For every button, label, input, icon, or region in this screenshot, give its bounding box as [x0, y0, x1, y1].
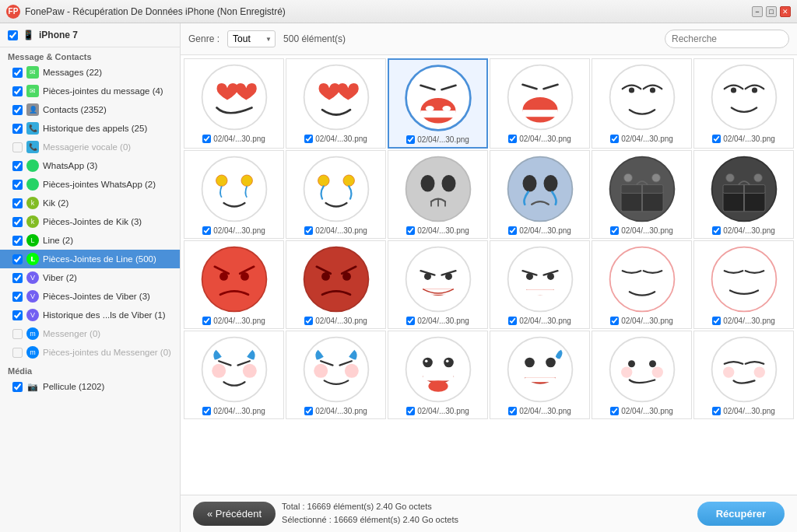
- sidebar-checkbox-contacts[interactable]: [12, 105, 23, 115]
- grid-item[interactable]: 02/04/...30.png: [286, 150, 386, 239]
- sidebar-checkbox-viber[interactable]: [12, 273, 23, 283]
- grid-item-checkbox[interactable]: [304, 407, 313, 415]
- grid-item-filename: 02/04/...30.png: [213, 407, 265, 415]
- grid-item[interactable]: 02/04/...30.png: [592, 150, 692, 239]
- grid-item[interactable]: 02/04/...30.png: [184, 150, 284, 239]
- grid-item[interactable]: 02/04/...30.png: [184, 58, 284, 149]
- sidebar-item-contacts[interactable]: 👤Contacts (2352): [0, 100, 180, 119]
- device-checkbox[interactable]: [8, 30, 18, 40]
- sidebar-item-messenger[interactable]: mMessenger (0): [0, 324, 180, 343]
- svg-rect-62: [423, 289, 454, 295]
- sidebar-checkbox-pj-messenger[interactable]: [12, 348, 23, 358]
- grid-item-checkbox[interactable]: [304, 317, 313, 325]
- grid-item[interactable]: 02/04/...30.png: [184, 240, 284, 329]
- emoji-face-squint: [607, 244, 677, 314]
- sidebar-checkbox-pieces-jointes[interactable]: [12, 86, 23, 96]
- grid-item[interactable]: 02/04/...30.png: [286, 240, 386, 329]
- emoji-face-grin2: [505, 244, 575, 314]
- grid-item-checkbox[interactable]: [202, 226, 211, 235]
- sidebar-checkbox-pj-kik[interactable]: [12, 217, 23, 227]
- grid-item[interactable]: 02/04/...30.png: [388, 240, 488, 329]
- sidebar-checkbox-pj-whatsapp[interactable]: [12, 180, 23, 190]
- minimize-button[interactable]: −: [752, 6, 763, 17]
- grid-item-checkbox[interactable]: [406, 407, 415, 415]
- sidebar-label-pj-viber: Pièces-Jointes de Viber (3): [43, 292, 150, 301]
- grid-item[interactable]: 02/04/...30.png: [490, 331, 590, 419]
- sidebar-item-pellicule[interactable]: 📷Pellicule (1202): [0, 377, 180, 396]
- sidebar-item-kik[interactable]: kKik (2): [0, 194, 180, 212]
- grid-item-checkbox[interactable]: [610, 407, 619, 415]
- grid-item[interactable]: 02/04/...30.png: [592, 58, 692, 149]
- sidebar-item-pj-messenger[interactable]: mPièces-jointes du Messenger (0): [0, 343, 180, 362]
- grid-item-checkbox[interactable]: [406, 226, 415, 235]
- grid-item[interactable]: 02/04/...30.png: [490, 150, 590, 239]
- grid-item[interactable]: 02/04/...30.png: [490, 58, 590, 149]
- sidebar-item-line[interactable]: LLine (2): [0, 231, 180, 250]
- device-item[interactable]: 📱 iPhone 7: [0, 23, 180, 47]
- sidebar-checkbox-historique[interactable]: [12, 124, 23, 134]
- sidebar-item-viber[interactable]: VViber (2): [0, 268, 180, 287]
- sidebar-item-pieces-jointes[interactable]: ✉Pièces-jointes du message (4): [0, 82, 180, 100]
- grid-item[interactable]: 02/04/...30.png: [286, 58, 386, 149]
- grid-item-checkbox[interactable]: [508, 135, 517, 143]
- grid-item-checkbox[interactable]: [202, 317, 211, 325]
- grid-item[interactable]: 02/04/...30.png: [693, 331, 794, 419]
- recover-button[interactable]: Récupérer: [697, 502, 785, 526]
- prev-button[interactable]: « Précédent: [193, 502, 276, 526]
- grid-item[interactable]: 02/04/...30.png: [388, 150, 488, 239]
- grid-item-checkbox[interactable]: [406, 317, 415, 325]
- grid-item-checkbox[interactable]: [406, 135, 415, 144]
- grid-item[interactable]: 02/04/...30.png: [286, 331, 386, 419]
- sidebar-checkbox-messenger[interactable]: [12, 329, 23, 339]
- sidebar-item-whatsapp[interactable]: WhatsApp (3): [0, 156, 180, 175]
- grid-item-checkbox[interactable]: [610, 226, 619, 235]
- grid-item-checkbox[interactable]: [202, 407, 211, 415]
- grid-item-checkbox[interactable]: [610, 135, 619, 143]
- sidebar-checkbox-hist-viber[interactable]: [12, 310, 23, 320]
- grid-item-checkbox[interactable]: [610, 317, 619, 325]
- sidebar-checkbox-messagerie[interactable]: [12, 142, 23, 152]
- grid-item-checkbox[interactable]: [508, 407, 517, 415]
- close-button[interactable]: ✕: [780, 6, 791, 17]
- grid-item[interactable]: 02/04/...30.png: [184, 331, 284, 419]
- sidebar-checkbox-messages[interactable]: [12, 68, 23, 78]
- sidebar-item-pj-whatsapp[interactable]: Pièces-jointes WhatsApp (2): [0, 175, 180, 194]
- grid-item[interactable]: 02/04/...30.png: [592, 331, 692, 419]
- sidebar-item-pj-line[interactable]: LPièces-Jointes de Line (500): [0, 250, 180, 268]
- sidebar-item-historique[interactable]: 📞Historique des appels (25): [0, 119, 180, 138]
- grid-item-filename: 02/04/...30.png: [213, 135, 265, 143]
- grid-item-checkbox[interactable]: [304, 226, 313, 235]
- search-input[interactable]: [665, 30, 789, 48]
- grid-item-checkbox[interactable]: [712, 135, 721, 143]
- sidebar-item-messagerie[interactable]: 📞Messagerie vocale (0): [0, 138, 180, 156]
- emoji-face-grin: [403, 244, 473, 314]
- sidebar-checkbox-line[interactable]: [12, 236, 23, 246]
- sidebar-checkbox-pj-line[interactable]: [12, 254, 23, 264]
- grid-item[interactable]: 02/04/...30.png: [693, 58, 794, 149]
- sidebar-item-pj-viber[interactable]: VPièces-Jointes de Viber (3): [0, 287, 180, 306]
- grid-item-checkbox[interactable]: [712, 317, 721, 325]
- grid-item-checkbox[interactable]: [202, 135, 211, 143]
- grid-item[interactable]: 02/04/...30.png: [490, 240, 590, 329]
- grid-item[interactable]: 02/04/...30.png: [693, 240, 794, 329]
- grid-item-checkbox[interactable]: [712, 407, 721, 415]
- grid-item-checkbox[interactable]: [508, 226, 517, 235]
- grid-item[interactable]: 02/04/...30.png: [592, 240, 692, 329]
- svg-point-93: [628, 360, 635, 367]
- sidebar-item-hist-viber[interactable]: VHistorique des ...ls de Viber (1): [0, 306, 180, 324]
- genre-select[interactable]: Tout Image Vidéo Audio: [227, 30, 276, 47]
- sidebar-checkbox-whatsapp[interactable]: [12, 161, 23, 171]
- grid-item[interactable]: 02/04/...30.png: [693, 150, 794, 239]
- maximize-button[interactable]: □: [766, 6, 777, 17]
- grid-item-checkbox[interactable]: [712, 226, 721, 235]
- grid-item-checkbox[interactable]: [304, 135, 313, 143]
- grid-item-label: 02/04/...30.png: [406, 407, 469, 415]
- grid-item[interactable]: 02/04/...30.png: [388, 331, 488, 419]
- grid-item-checkbox[interactable]: [508, 317, 517, 325]
- sidebar-checkbox-kik[interactable]: [12, 198, 23, 208]
- sidebar-checkbox-pj-viber[interactable]: [12, 292, 23, 302]
- sidebar-checkbox-pellicule[interactable]: [12, 382, 23, 392]
- sidebar-item-pj-kik[interactable]: kPièces-Jointes de Kik (3): [0, 212, 180, 231]
- grid-item[interactable]: 02/04/...30.png: [388, 58, 488, 149]
- sidebar-item-messages[interactable]: ✉Messages (22): [0, 63, 180, 82]
